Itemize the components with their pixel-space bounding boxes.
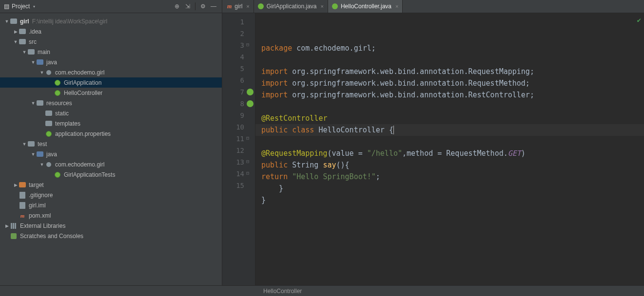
- expand-arrow-icon[interactable]: [30, 101, 36, 106]
- line-number: 1: [240, 18, 244, 26]
- expand-arrow-icon[interactable]: [30, 60, 36, 65]
- expand-arrow-icon[interactable]: [4, 223, 10, 228]
- fold-icon[interactable]: ⊟: [246, 135, 253, 142]
- code-line[interactable]: import org.springframework.web.bind.anno…: [261, 77, 644, 89]
- expand-arrow-icon[interactable]: [21, 142, 27, 147]
- tree-item[interactable]: resources: [0, 98, 222, 108]
- expand-arrow-icon[interactable]: [13, 29, 19, 34]
- tree-item[interactable]: target: [0, 180, 222, 190]
- code-line[interactable]: public class HelloController {: [255, 124, 644, 136]
- tree-item[interactable]: girlF:\intellij idea\WorkSpace\girl: [0, 16, 222, 26]
- tree-item[interactable]: .gitignore: [0, 190, 222, 200]
- line-number: 15: [236, 182, 244, 189]
- sidebar-title[interactable]: ▤ Project ▾: [4, 3, 35, 10]
- code-line[interactable]: @RequestMapping(value = "/hello",method …: [261, 148, 644, 159]
- code-line[interactable]: @RestController: [261, 112, 644, 124]
- line-number: 12: [236, 147, 244, 154]
- editor-tab[interactable]: mgirl×: [223, 0, 254, 13]
- sidebar-header: ▤ Project ▾ ⊕ ⇲ ⚙ —: [0, 0, 222, 13]
- gutter-line[interactable]: 10: [222, 121, 255, 133]
- expand-arrow-icon[interactable]: [30, 152, 36, 157]
- spring-bean-icon[interactable]: [247, 100, 254, 107]
- editor-pane: mgirl×GirlApplication.java×HelloControll…: [222, 0, 644, 285]
- breadcrumb[interactable]: HelloController: [263, 288, 302, 295]
- spring-bean-icon[interactable]: [247, 89, 254, 95]
- expand-arrow-icon[interactable]: [21, 50, 27, 55]
- tree-item-label: External Libraries: [20, 222, 65, 229]
- tree-item[interactable]: java: [0, 149, 222, 159]
- expand-icon[interactable]: ⇲: [182, 1, 193, 12]
- code-line[interactable]: [261, 136, 644, 148]
- tree-item[interactable]: GirlApplication: [0, 77, 222, 88]
- tree-item[interactable]: girl.iml: [0, 200, 222, 210]
- code-line[interactable]: [261, 206, 644, 218]
- analysis-ok-icon: ✔: [637, 16, 641, 24]
- line-number: 10: [236, 123, 244, 131]
- gutter-line[interactable]: 5: [222, 63, 255, 74]
- gutter-line[interactable]: 6: [222, 74, 255, 86]
- tree-item[interactable]: GirlApplicationTests: [0, 169, 222, 180]
- line-number: 5: [240, 65, 244, 73]
- code-line[interactable]: [261, 54, 644, 66]
- gutter-line[interactable]: 3⊟: [222, 39, 255, 51]
- tree-item[interactable]: HelloController: [0, 88, 222, 98]
- target-icon[interactable]: ⊕: [172, 1, 182, 12]
- code-line[interactable]: [261, 101, 644, 112]
- tree-item[interactable]: java: [0, 57, 222, 67]
- gutter-line[interactable]: 12: [222, 145, 255, 156]
- gutter-line[interactable]: 11⊟: [222, 133, 255, 145]
- code-line[interactable]: }: [261, 194, 644, 206]
- tree-item-label: application.properties: [55, 130, 111, 137]
- tree-item[interactable]: com.echodemo.girl: [0, 159, 222, 169]
- code-line[interactable]: }: [261, 183, 644, 194]
- tree-item[interactable]: com.echodemo.girl: [0, 67, 222, 77]
- gutter-line[interactable]: 1: [222, 16, 255, 28]
- code-line[interactable]: import org.springframework.web.bind.anno…: [261, 66, 644, 77]
- tree-item[interactable]: External Libraries: [0, 221, 222, 231]
- tree-item[interactable]: Scratches and Consoles: [0, 231, 222, 241]
- minimize-icon[interactable]: —: [208, 1, 219, 12]
- close-icon[interactable]: ×: [321, 3, 324, 9]
- code-line[interactable]: import org.springframework.web.bind.anno…: [261, 89, 644, 101]
- gutter-line[interactable]: 9: [222, 110, 255, 121]
- fold-icon[interactable]: ⊟: [246, 42, 253, 49]
- gutter-line[interactable]: 13⊟: [222, 156, 255, 168]
- editor-gutter[interactable]: 123⊟4567891011⊟1213⊟14⊟15: [222, 13, 255, 285]
- editor-code[interactable]: ✔ package com.echodemo.girl;import org.s…: [255, 13, 644, 285]
- gutter-line[interactable]: 2: [222, 28, 255, 39]
- code-line[interactable]: public String say(){: [261, 159, 644, 171]
- expand-arrow-icon[interactable]: [13, 183, 19, 187]
- close-icon[interactable]: ×: [395, 3, 398, 9]
- fold-icon[interactable]: ⊟: [246, 159, 253, 166]
- gutter-line[interactable]: 15: [222, 180, 255, 191]
- tree-item[interactable]: mpom.xml: [0, 210, 222, 221]
- tree-item[interactable]: main: [0, 47, 222, 57]
- tree-item[interactable]: test: [0, 139, 222, 149]
- expand-arrow-icon[interactable]: [39, 70, 45, 75]
- tree-item[interactable]: static: [0, 108, 222, 118]
- expand-arrow-icon[interactable]: [4, 19, 10, 24]
- tree-item-label: GirlApplication: [64, 79, 101, 86]
- expand-arrow-icon[interactable]: [13, 39, 19, 44]
- tree-item-label: .idea: [29, 28, 41, 35]
- editor-tab[interactable]: GirlApplication.java×: [254, 0, 328, 13]
- close-icon[interactable]: ×: [246, 3, 249, 9]
- tree-item[interactable]: application.properties: [0, 129, 222, 139]
- tree-item-label: girl: [20, 18, 29, 25]
- gutter-line[interactable]: 4: [222, 51, 255, 63]
- code-line[interactable]: package com.echodemo.girl;: [261, 42, 644, 54]
- gutter-line[interactable]: 8: [222, 98, 255, 110]
- fold-icon[interactable]: ⊟: [246, 170, 253, 177]
- tree-item[interactable]: .idea: [0, 26, 222, 37]
- expand-arrow-icon[interactable]: [39, 162, 45, 167]
- gear-icon[interactable]: ⚙: [197, 1, 208, 12]
- tree-item[interactable]: templates: [0, 118, 222, 129]
- tree-item-hint: F:\intellij idea\WorkSpace\girl: [32, 18, 108, 25]
- editor-tab[interactable]: HelloController.java×: [328, 0, 403, 13]
- project-sidebar: ▤ Project ▾ ⊕ ⇲ ⚙ — girlF:\intellij idea…: [0, 0, 222, 285]
- gutter-line[interactable]: 7: [222, 86, 255, 98]
- tree-item[interactable]: src: [0, 37, 222, 47]
- project-tree[interactable]: girlF:\intellij idea\WorkSpace\girl.idea…: [0, 13, 222, 285]
- gutter-line[interactable]: 14⊟: [222, 168, 255, 180]
- code-line[interactable]: return "Hello SpringBoot!";: [261, 171, 644, 183]
